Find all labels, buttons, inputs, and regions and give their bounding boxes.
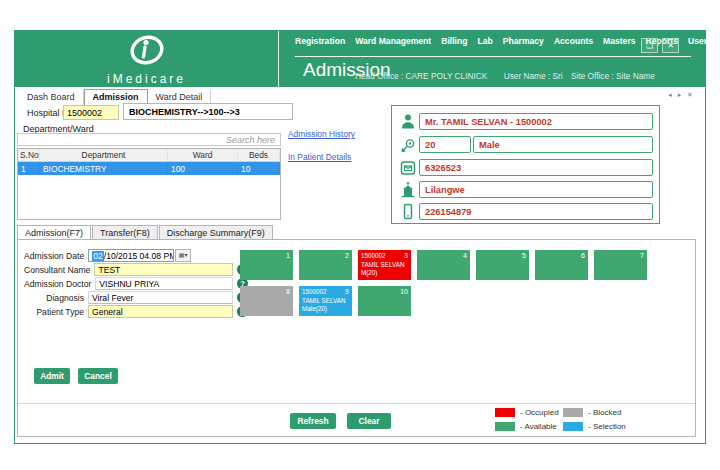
- patient-name-field: Mr. TAMIL SELVAN - 1500002: [419, 113, 653, 130]
- col-beds: Beds: [238, 150, 280, 160]
- patient-age-gender-row: 20 Male: [397, 136, 653, 153]
- cancel-button[interactable]: Cancel: [78, 368, 118, 384]
- diagnosis-label: Diagnosis: [24, 293, 84, 303]
- bed-grid-row-2: 8 15000029 TAMIL SELVANMale(20) 10: [240, 286, 411, 316]
- bed-5[interactable]: 5: [476, 250, 529, 280]
- head-office-label: Head Office : CARE POLY CLINICK: [355, 71, 487, 81]
- col-sno: S.No: [18, 150, 40, 160]
- menu-underline: [295, 56, 691, 57]
- hospital-no-input[interactable]: 1500002: [63, 105, 119, 120]
- home-phone-icon: [397, 160, 419, 176]
- legend-available: - Available: [495, 422, 557, 431]
- restore-window-icon[interactable]: ❏: [641, 38, 658, 53]
- menu-lab[interactable]: Lab: [478, 36, 493, 46]
- bed-2[interactable]: 2: [299, 250, 352, 280]
- search-input[interactable]: Search here: [17, 133, 281, 146]
- patient-gender-field: Male: [473, 136, 653, 153]
- cell-ward: 100: [168, 164, 238, 174]
- occupied-label: - Occupied: [520, 408, 559, 417]
- admission-date-label: Admission Date: [24, 251, 84, 261]
- admission-date-input[interactable]: 02/10/2015 04.08 PM: [88, 249, 174, 262]
- inpatient-details-link[interactable]: In Patient Details: [288, 152, 351, 162]
- app-window: iMedicare Registration Ward Management B…: [14, 30, 706, 444]
- col-ward: Ward: [168, 150, 238, 160]
- bed-1[interactable]: 1: [240, 250, 293, 280]
- header-bar: iMedicare Registration Ward Management B…: [15, 31, 705, 87]
- menu-pharmacy[interactable]: Pharmacy: [503, 36, 544, 46]
- patient-city-row: Lilangwe: [397, 181, 653, 198]
- menu-ward-management[interactable]: Ward Management: [355, 36, 431, 46]
- menu-accounts[interactable]: Accounts: [554, 36, 593, 46]
- bed-6[interactable]: 6: [535, 250, 588, 280]
- city-icon: [397, 181, 419, 198]
- selection-swatch: [563, 422, 583, 431]
- bed-3-occupied[interactable]: 15000023 TAMIL SELVANM(20): [358, 250, 411, 280]
- available-label: - Available: [520, 422, 557, 431]
- user-name-label: User Name : Sri: [504, 71, 563, 81]
- blocked-swatch: [563, 408, 583, 417]
- logo: iMedicare: [15, 31, 279, 87]
- selection-label: - Selection: [588, 422, 626, 431]
- patient-name-row: Mr. TAMIL SELVAN - 1500002: [397, 113, 653, 130]
- site-office-label: Site Office : Site Name: [571, 71, 655, 81]
- bed-9-selected[interactable]: 15000029 TAMIL SELVANMale(20): [299, 286, 352, 316]
- table-header-row: S.No Department Ward Beds: [18, 149, 280, 162]
- department-table: S.No Department Ward Beds 1 BIOCHEMISTRY…: [17, 148, 281, 220]
- patient-type-input[interactable]: General: [88, 305, 233, 318]
- date-rest: /10/2015 04.08 PM: [104, 251, 174, 261]
- cell-beds: 10: [238, 164, 280, 174]
- bed-8-blocked[interactable]: 8: [240, 286, 293, 316]
- menu-billing[interactable]: Billing: [441, 36, 467, 46]
- patient-age-field: 20: [419, 136, 471, 153]
- patient-city-field: Lilangwe: [419, 181, 653, 198]
- age-gender-icon: [397, 137, 419, 153]
- diagnosis-input[interactable]: Viral Fever: [88, 291, 233, 304]
- bed-grid-row-1: 1 2 15000023 TAMIL SELVANM(20) 4 5 6 7: [240, 250, 647, 280]
- consultant-name-input[interactable]: TEST: [94, 263, 233, 276]
- consultant-name-label: Consultant Name: [24, 265, 90, 275]
- menu-user-details[interactable]: User Details: [688, 36, 720, 46]
- patient-mobile-field: 226154879: [419, 203, 653, 220]
- patient-type-row: Patient Type General ?: [24, 305, 248, 318]
- admission-doctor-input[interactable]: VISHNU PRIYA: [95, 277, 233, 290]
- bed-10[interactable]: 10: [358, 286, 411, 316]
- available-swatch: [495, 422, 515, 431]
- bed-4[interactable]: 4: [417, 250, 470, 280]
- date-day-selected: 02: [92, 251, 104, 261]
- patient-mobile-row: 226154879: [397, 203, 653, 220]
- admission-date-row: Admission Date 02/10/2015 04.08 PM ▦▾: [24, 249, 248, 262]
- cell-department: BIOCHEMISTRY: [40, 164, 168, 174]
- close-window-icon[interactable]: ✕: [662, 38, 679, 53]
- table-row[interactable]: 1 BIOCHEMISTRY 100 10: [18, 162, 280, 175]
- patient-type-label: Patient Type: [24, 307, 84, 317]
- consultant-row: Consultant Name TEST ?: [24, 263, 248, 276]
- menu-masters[interactable]: Masters: [603, 36, 635, 46]
- patient-phone-field: 6326523: [419, 159, 653, 176]
- menu-registration[interactable]: Registration: [295, 36, 345, 46]
- panel-divider: [18, 403, 695, 404]
- diagnosis-row: Diagnosis Viral Fever ?: [24, 291, 248, 304]
- tab-dashboard[interactable]: Dash Board: [19, 90, 84, 105]
- clear-button[interactable]: Clear: [347, 413, 391, 429]
- bed-7[interactable]: 7: [594, 250, 647, 280]
- blocked-label: - Blocked: [588, 408, 621, 417]
- main-menu: Registration Ward Management Billing Lab…: [295, 36, 695, 46]
- admission-doctor-row: Admission Doctor VISHNU PRIYA ?: [24, 277, 248, 290]
- imedicare-logo-icon: [124, 33, 170, 71]
- refresh-button[interactable]: Refresh: [290, 413, 336, 429]
- legend-blocked: - Blocked: [563, 408, 621, 417]
- patient-phone-row: 6326523: [397, 159, 653, 176]
- admission-tab-panel: Admission Date 02/10/2015 04.08 PM ▦▾ Co…: [17, 239, 696, 437]
- mobile-icon: [397, 203, 419, 220]
- tab-scroll-icons[interactable]: ◂ ▸ ✕: [668, 91, 695, 99]
- admit-button[interactable]: Admit: [34, 368, 70, 384]
- cell-sno: 1: [18, 164, 40, 174]
- col-department: Department: [40, 150, 168, 160]
- logo-wordmark: iMedicare: [107, 72, 186, 86]
- window-controls: ❏ ✕: [641, 38, 679, 53]
- calendar-dropdown-icon[interactable]: ▦▾: [175, 249, 191, 262]
- department-path-box: BIOCHEMISTRY-->100-->3: [123, 103, 293, 120]
- admission-history-link[interactable]: Admission History: [288, 129, 355, 139]
- patient-info-panel: Mr. TAMIL SELVAN - 1500002 20 Male 63265…: [391, 105, 660, 224]
- patient-icon: [397, 113, 419, 130]
